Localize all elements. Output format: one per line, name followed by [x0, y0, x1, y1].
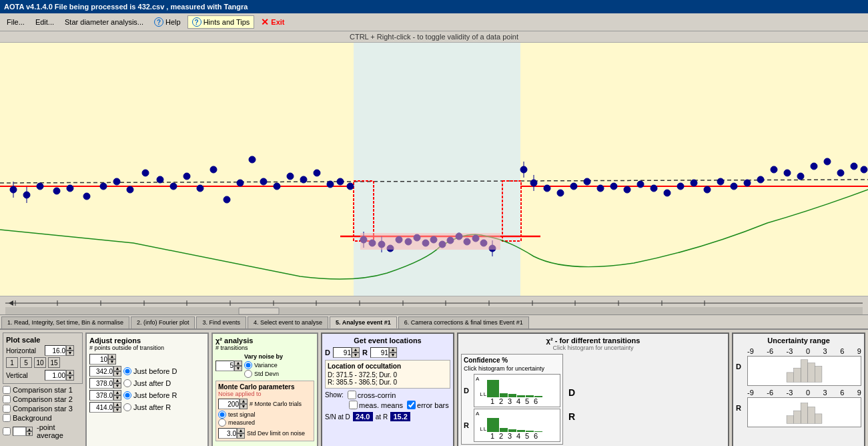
monte-carlo-section: Monte Carlo parameters Noise applied to …	[215, 381, 314, 441]
r-up[interactable]: ▲	[389, 347, 397, 353]
svg-rect-0	[354, 43, 520, 296]
svg-point-58	[584, 178, 590, 185]
point-avg-checkbox[interactable]	[3, 427, 11, 435]
std-dev-limit-field[interactable]	[218, 428, 237, 439]
scale-15-btn[interactable]: 15	[48, 357, 60, 368]
meas-means-checkbox[interactable]	[349, 401, 358, 409]
std-dev-up[interactable]: ▲	[237, 428, 245, 433]
just-after-d-field[interactable]	[89, 378, 113, 389]
conf-d-histogram[interactable]: A L L	[474, 374, 560, 407]
comp-star-1-checkbox[interactable]	[3, 386, 11, 394]
point-avg-down[interactable]: ▼	[26, 431, 33, 436]
tab-3[interactable]: 3. Find events	[196, 316, 246, 328]
svg-point-67	[704, 186, 711, 193]
star-diameter-menu[interactable]: Star diameter analysis...	[61, 17, 147, 27]
edit-menu[interactable]: Edit...	[31, 17, 58, 27]
d-transition-label: D	[568, 387, 575, 398]
horizontal-up-btn[interactable]: ▲	[66, 345, 74, 351]
just-after-r-field[interactable]	[89, 402, 113, 413]
just-after-d-radio[interactable]	[123, 379, 131, 387]
vertical-input[interactable]: ▲ ▼	[45, 370, 74, 381]
svg-rect-127	[815, 366, 822, 382]
svg-point-61	[624, 186, 630, 193]
tab-5[interactable]: 5. Analyse event #1	[330, 316, 397, 328]
just-before-r-radio[interactable]	[123, 391, 131, 399]
transitions-down[interactable]: ▼	[234, 366, 242, 371]
exit-btn[interactable]: ✕ Exit	[257, 15, 288, 29]
just-after-r-down[interactable]: ▼	[113, 407, 121, 413]
just-before-r-down[interactable]: ▼	[113, 395, 121, 401]
point-avg-field[interactable]	[13, 427, 26, 436]
horizontal-down-btn[interactable]: ▼	[66, 351, 74, 356]
r-value-field[interactable]	[370, 347, 389, 358]
svg-rect-125	[801, 360, 808, 382]
scale-5-btn[interactable]: 5	[20, 357, 32, 368]
transitions-field[interactable]	[215, 361, 234, 371]
r-down[interactable]: ▼	[389, 353, 397, 358]
tab-6[interactable]: 6. Camera corrections & final times Even…	[398, 316, 529, 328]
file-menu[interactable]: File...	[3, 17, 29, 27]
variance-radio[interactable]	[244, 361, 252, 369]
d-value-field[interactable]	[333, 347, 352, 358]
d-uncertainty-histogram[interactable]	[747, 356, 861, 386]
location-d-text: D: 371.5 - 372.5; Dur. 0	[328, 371, 448, 379]
comp-star-2-checkbox[interactable]	[3, 395, 11, 403]
svg-point-14	[53, 188, 60, 194]
svg-rect-130	[801, 403, 808, 424]
std-dev-down[interactable]: ▼	[237, 433, 245, 439]
mc-trials-down[interactable]: ▼	[240, 404, 248, 409]
vertical-up-btn[interactable]: ▲	[66, 370, 74, 375]
std-devn-label: Std Devn	[254, 371, 279, 377]
points-outside-field[interactable]	[89, 354, 108, 365]
just-before-r-field[interactable]	[89, 390, 113, 401]
points-down[interactable]: ▼	[108, 359, 116, 365]
just-before-d-down[interactable]: ▼	[113, 371, 121, 377]
svg-point-73	[784, 170, 791, 176]
conf-r-histogram[interactable]: A L L	[474, 409, 560, 442]
mc-trials-field[interactable]	[218, 399, 240, 409]
mc-trials-up[interactable]: ▲	[240, 399, 248, 404]
just-after-d-down[interactable]: ▼	[113, 383, 121, 389]
just-before-d-up[interactable]: ▲	[113, 366, 121, 371]
cross-corrin-checkbox[interactable]	[348, 391, 356, 399]
scale-10-btn[interactable]: 10	[34, 357, 46, 368]
snr-r-value: 15.2	[390, 412, 410, 421]
svg-rect-133	[787, 416, 794, 423]
vertical-down-btn[interactable]: ▼	[66, 375, 74, 381]
just-after-r-up[interactable]: ▲	[113, 402, 121, 407]
r-uncertainty-histogram[interactable]	[747, 397, 861, 427]
just-before-d-radio[interactable]	[123, 367, 131, 375]
just-after-r-radio[interactable]	[123, 403, 131, 411]
location-r-text: R: 385.5 - 386.5; Dur. 0	[328, 379, 448, 386]
horizontal-input[interactable]: ▲ ▼	[45, 345, 74, 356]
just-before-d-field[interactable]	[89, 366, 113, 377]
points-up[interactable]: ▲	[108, 354, 116, 359]
test-signal-radio[interactable]	[218, 411, 226, 419]
svg-point-59	[597, 185, 604, 192]
point-avg-up[interactable]: ▲	[26, 427, 33, 431]
tab-2[interactable]: 2. (info) Fourier plot	[131, 316, 195, 328]
error-bars-checkbox[interactable]	[407, 401, 416, 409]
tab-4[interactable]: 4. Select event to analyse	[248, 316, 328, 328]
scale-1-btn[interactable]: 1	[6, 357, 18, 368]
vertical-value-field[interactable]	[45, 370, 66, 381]
d-up[interactable]: ▲	[352, 347, 360, 353]
tab-1[interactable]: 1. Read, Integrity, Set time, Bin & norm…	[1, 316, 129, 328]
svg-point-19	[127, 186, 133, 193]
svg-rect-126	[808, 363, 815, 383]
svg-point-28	[249, 156, 256, 163]
conf-r-label: R	[464, 421, 469, 429]
d-down[interactable]: ▼	[352, 353, 360, 358]
just-before-d-label: Just before D	[133, 367, 177, 375]
measured-radio[interactable]	[218, 419, 226, 427]
just-after-d-up[interactable]: ▲	[113, 378, 121, 383]
comp-star-3-checkbox[interactable]	[3, 405, 11, 413]
horizontal-value-field[interactable]	[45, 345, 66, 356]
chi2-title: χ² analysis	[215, 337, 314, 345]
background-checkbox[interactable]	[3, 414, 11, 422]
transitions-up[interactable]: ▲	[234, 361, 242, 366]
hints-tips-btn[interactable]: ? Hints and Tips	[187, 15, 255, 29]
just-before-r-up[interactable]: ▲	[113, 390, 121, 395]
help-menu[interactable]: ? Help	[150, 16, 185, 28]
std-devn-radio[interactable]	[244, 370, 252, 378]
